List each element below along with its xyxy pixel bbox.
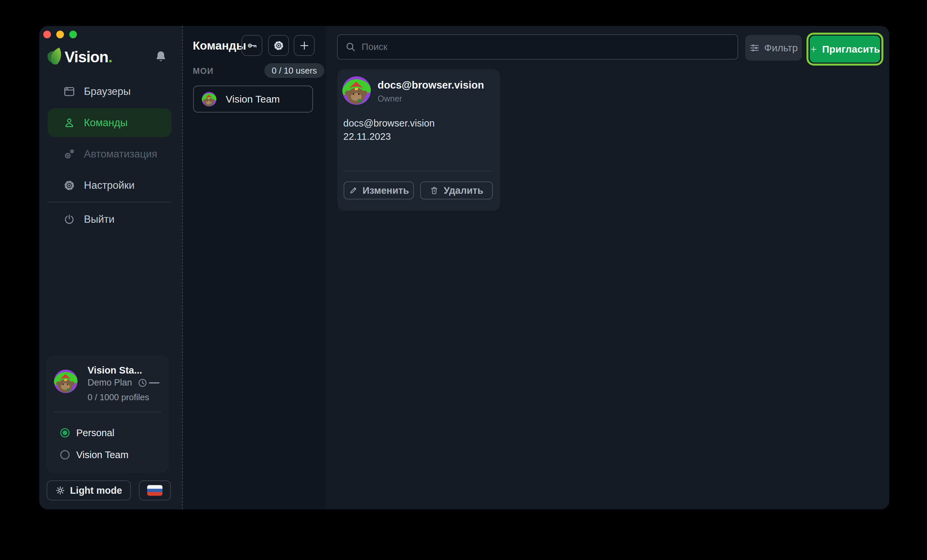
main-area: Фильтр Пригласить docs@browser.vision Ow…: [326, 26, 889, 509]
sun-icon: [55, 486, 65, 495]
profile-name: Vision Sta...: [88, 365, 142, 376]
profile-usage: 0 / 1000 profiles: [88, 392, 149, 402]
workspace-label: Personal: [76, 428, 114, 439]
invite-label: Пригласить: [822, 44, 880, 55]
app-logo: Vision.: [47, 47, 112, 67]
teams-panel: Команды МОИ 0 / 10 users: [182, 26, 326, 509]
gear-icon: [273, 40, 284, 51]
sidebar-nav-bottom: Выйти: [48, 205, 172, 236]
sidebar-divider: [48, 202, 172, 202]
team-name: Vision Team: [226, 94, 280, 105]
power-icon: [63, 213, 75, 225]
invite-button[interactable]: Пригласить: [810, 36, 880, 62]
add-team-button[interactable]: [294, 35, 315, 56]
gear-icon: [63, 179, 75, 191]
teams-section-label: МОИ: [193, 66, 214, 76]
plus-icon: [299, 40, 310, 51]
browser-window-icon: [63, 86, 75, 97]
logo-wordmark: Vision.: [65, 48, 112, 66]
logo-dot: .: [108, 48, 112, 65]
window-close-button[interactable]: [43, 30, 51, 38]
search-box: [337, 34, 738, 59]
team-avatar: [202, 92, 216, 106]
workspace-label: Vision Team: [76, 449, 129, 460]
profile-card: Vision Sta... Demo Plan 0 / 1000 profile…: [47, 355, 169, 473]
teams-panel-title: Команды: [193, 35, 246, 56]
key-icon: [246, 40, 258, 51]
invite-highlight-outline: Пригласить: [807, 33, 883, 65]
clock-icon: [138, 378, 147, 388]
window-minimize-button[interactable]: [56, 30, 64, 38]
sidebar-item-label: Автоматизация: [84, 148, 157, 160]
sidebar-item-label: Выйти: [84, 213, 114, 225]
radio-unselected-icon[interactable]: [60, 450, 70, 460]
search-input[interactable]: [362, 42, 732, 52]
light-mode-button[interactable]: Light mode: [47, 480, 131, 501]
member-email: docs@browser.vision: [343, 118, 435, 129]
workspace-option-personal[interactable]: Personal: [60, 428, 114, 438]
desktop-background: Vision. Браузеры: [0, 0, 927, 560]
api-keys-button[interactable]: [242, 35, 262, 56]
sliders-icon: [749, 42, 760, 53]
sidebar-nav: Браузеры Команды Автом: [48, 77, 172, 202]
plus-icon: [810, 44, 818, 54]
sidebar: Vision. Браузеры: [39, 26, 182, 509]
delete-button[interactable]: Удалить: [420, 181, 493, 199]
russia-flag-icon: [147, 485, 163, 496]
workspace-option-vision-team[interactable]: Vision Team: [60, 450, 129, 460]
trash-icon: [430, 186, 439, 195]
sidebar-item-label: Команды: [84, 117, 128, 129]
profile-avatar: [54, 370, 78, 393]
delete-label: Удалить: [444, 185, 483, 196]
bell-icon[interactable]: [154, 50, 167, 63]
automation-gears-icon: [63, 148, 75, 160]
user-icon: [63, 117, 75, 129]
sidebar-item-settings[interactable]: Настройки: [48, 171, 172, 200]
member-email-title: docs@browser.vision: [378, 79, 484, 91]
collapse-dash-icon[interactable]: [149, 382, 160, 384]
sidebar-item-label: Браузеры: [84, 86, 131, 97]
edit-label: Изменить: [363, 185, 409, 196]
search-icon: [345, 41, 356, 53]
card-divider: [342, 171, 492, 171]
profile-plan: Demo Plan: [88, 378, 132, 388]
sidebar-item-logout[interactable]: Выйти: [48, 205, 172, 234]
team-item-vision-team[interactable]: Vision Team: [193, 86, 313, 112]
app-window: Vision. Браузеры: [39, 26, 889, 509]
member-avatar: [342, 76, 371, 105]
member-role: Owner: [378, 94, 402, 103]
filter-label: Фильтр: [764, 42, 798, 54]
light-mode-label: Light mode: [70, 485, 122, 496]
teams-settings-button[interactable]: [268, 35, 289, 56]
sidebar-item-browsers[interactable]: Браузеры: [48, 77, 172, 106]
pencil-icon: [349, 186, 358, 195]
edit-button[interactable]: Изменить: [343, 181, 414, 199]
vision-leaf-icon: [47, 47, 63, 67]
sidebar-item-teams[interactable]: Команды: [48, 108, 172, 137]
profile-divider: [54, 412, 161, 413]
member-date: 22.11.2023: [343, 131, 391, 142]
radio-selected-icon[interactable]: [60, 428, 70, 437]
sidebar-item-automation[interactable]: Автоматизация: [48, 140, 172, 168]
language-button[interactable]: [139, 480, 171, 501]
member-card: docs@browser.vision Owner docs@browser.v…: [337, 69, 500, 211]
filter-button[interactable]: Фильтр: [745, 35, 802, 61]
sidebar-item-label: Настройки: [84, 179, 135, 191]
users-quota-badge: 0 / 10 users: [264, 63, 324, 78]
window-zoom-button[interactable]: [69, 30, 77, 38]
